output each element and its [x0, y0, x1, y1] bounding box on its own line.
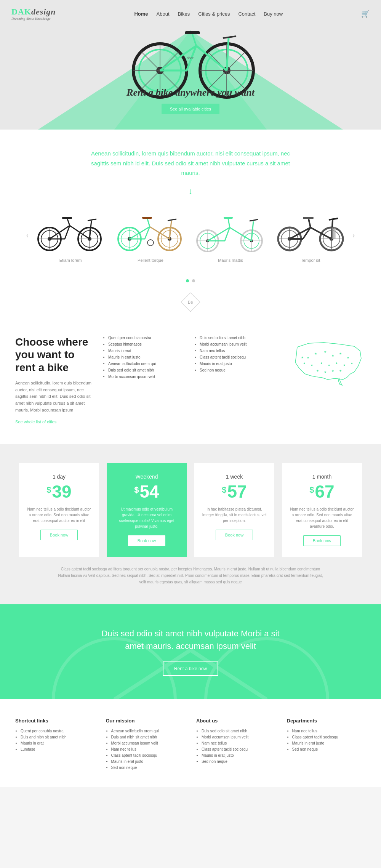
divider-line-right [201, 302, 381, 302]
bike-image-3 [196, 208, 265, 254]
bike-image-1 [36, 208, 105, 254]
city-item: Mauris in erat [108, 349, 187, 353]
logo-design-text: design [31, 7, 56, 16]
svg-line-42 [67, 219, 70, 226]
footer-col-1: Shortcut linksQuent per conubia nostraDu… [15, 718, 94, 772]
svg-line-25 [223, 36, 236, 38]
svg-text:★: ★ [331, 369, 334, 373]
book-now-button-3[interactable]: Book now [216, 530, 253, 540]
footer-list-item: Duis sed odio sit amet nibh [202, 729, 275, 733]
cities-list-2: Duis sed odio sit amet nibhMorbi accumsa… [194, 336, 278, 372]
pricing-period-1: 1 day [27, 474, 91, 480]
footer-list-item: Lumtase [21, 747, 94, 751]
hero-text: Rent a bike anywhere you want See all av… [126, 87, 255, 114]
svg-line-60 [147, 219, 150, 227]
footer-list-item: Morbi accumsan ipsum velit [202, 735, 275, 739]
footer-col-title-3: About us [196, 718, 275, 724]
pricing-period-3: 1 week [202, 474, 267, 480]
footer-list-item: Morbi accumsan ipsum velit [111, 741, 185, 745]
svg-text:★: ★ [324, 370, 327, 374]
svg-line-62 [168, 219, 176, 221]
bike-card-4: Tempor sit [272, 208, 349, 263]
logo-sub: Dreaming About Knowledge [11, 17, 56, 21]
cities-desc: Aenean sollicitudin, lorem quis bibendum… [15, 380, 91, 413]
nav-link-home[interactable]: Home [134, 11, 148, 17]
cta-button[interactable]: Rent a bike now [163, 661, 218, 676]
city-item: Sed non neque [200, 368, 278, 372]
svg-rect-26 [185, 31, 200, 34]
svg-line-80 [251, 221, 253, 241]
divider-line-left [0, 302, 180, 302]
cities-map: ★ ★ ★ ★ ★ ★ ★ ★ ★ ★ ★ ★ ★ ★ ★ ★ ★ ★ [290, 336, 366, 391]
cities-link[interactable]: See whole list of cities [15, 420, 56, 424]
be-text: Be [188, 300, 193, 304]
svg-line-61 [170, 221, 171, 239]
footer-cols: Shortcut linksQuent per conubia nostraDu… [15, 718, 366, 772]
footer-list-item: Duis and nibh sit amet nibh [111, 735, 185, 739]
cities-col-2: Duis sed odio sit amet nibhMorbi accumsa… [194, 336, 278, 381]
pricing-desc-3: In hac habitasse platea dictumst. Intege… [202, 506, 267, 524]
pricing-cards: 1 day $ 39 Nam nec tellus a odio tincidu… [11, 463, 370, 557]
svg-point-64 [147, 240, 154, 246]
cities-section: Choose where you want to rent a bike Aen… [0, 317, 381, 444]
nav-link-contact[interactable]: Contact [238, 11, 255, 17]
cta-text: Duis sed odio sit amet nibh vulputate Mo… [95, 627, 286, 652]
city-item: Aenean sollicitudin orem qui [108, 362, 187, 366]
footer-list-item: Class aptent taciti sociosqu [111, 753, 185, 757]
city-item: Mauris in erat justo [200, 362, 278, 366]
bike-card-2: Pellent torque [112, 208, 189, 263]
pricing-desc-1: Nam nec tellus a odio tincidunt auctor a… [27, 506, 91, 524]
city-item: Mauris in erat justo [108, 355, 187, 359]
footer-list-item: Nam nec tellus [111, 747, 185, 751]
hero-cta-button[interactable]: See all available cities [162, 104, 219, 114]
book-now-button-4[interactable]: Book now [303, 535, 341, 546]
be-diamond: Be [181, 292, 200, 312]
pricing-desc-4: Nam nec tellus a odio tincidunt auctor a… [290, 506, 354, 529]
nav-link-buynow[interactable]: Buy now [264, 11, 283, 17]
footer-list-3: Duis sed odio sit amet nibhMorbi accumsa… [196, 729, 275, 764]
carousel-dot-1[interactable] [186, 279, 189, 282]
footer-col-3: About usDuis sed odio sit amet nibhMorbi… [196, 718, 275, 772]
logo[interactable]: DAKdesign Dreaming About Knowledge [11, 7, 56, 21]
svg-rect-45 [62, 217, 72, 219]
carousel-next-button[interactable]: › [349, 231, 359, 240]
svg-rect-82 [224, 217, 233, 219]
carousel-dot-2[interactable] [192, 279, 195, 282]
book-now-button-1[interactable]: Book now [40, 530, 78, 540]
footer-list-item: Quent per conubia nostra [21, 729, 94, 733]
hero-title: Rent a bike anywhere you want [126, 87, 255, 98]
footer-list-2: Aenean sollicitudin orem quiDuis and nib… [106, 729, 185, 770]
pricing-price-2: $ 54 [114, 481, 179, 502]
svg-rect-100 [303, 217, 314, 219]
bike-image-4 [276, 208, 345, 254]
bike-name-4: Tempor sit [272, 258, 349, 263]
price-amount-2: 54 [140, 481, 159, 502]
footer-list-item: Sed non neque [202, 759, 275, 764]
svg-text:★: ★ [335, 362, 338, 365]
svg-line-81 [250, 219, 258, 221]
navbar: DAKdesign Dreaming About Knowledge Home … [0, 0, 381, 27]
cart-icon[interactable]: 🛒 [361, 10, 370, 18]
footer-list-item: Nam nec tellus [202, 741, 275, 745]
nav-link-about[interactable]: About [157, 11, 170, 17]
cities-title: Choose where you want to rent a bike [15, 336, 91, 374]
carousel-prev-button[interactable]: ‹ [22, 231, 32, 240]
book-now-button-2[interactable]: Book now [128, 535, 165, 546]
pricing-footer-text: Class aptent taciti sociosqu ad litora t… [57, 566, 324, 597]
svg-text:★: ★ [343, 364, 346, 367]
carousel-dots [0, 279, 381, 286]
nav-link-cities[interactable]: Cities & prices [198, 11, 230, 17]
cities-left: Choose where you want to rent a bike Aen… [15, 336, 91, 425]
nav-link-bikes[interactable]: Bikes [178, 11, 190, 17]
bike-card-3: Mauris mattis [192, 208, 269, 263]
pricing-price-1: $ 39 [27, 481, 91, 502]
price-amount-1: 39 [52, 481, 72, 502]
svg-rect-63 [142, 217, 152, 219]
city-item: Duis sed odio sit amet nibh [200, 336, 278, 340]
price-amount-3: 57 [227, 481, 247, 502]
price-dollar-3: $ [222, 485, 226, 495]
pricing-period-4: 1 month [290, 474, 354, 480]
svg-text:★: ★ [324, 350, 327, 354]
bikes-list: Etiam lorem [32, 208, 349, 263]
city-item: Sceptus himenaeos [108, 342, 187, 346]
